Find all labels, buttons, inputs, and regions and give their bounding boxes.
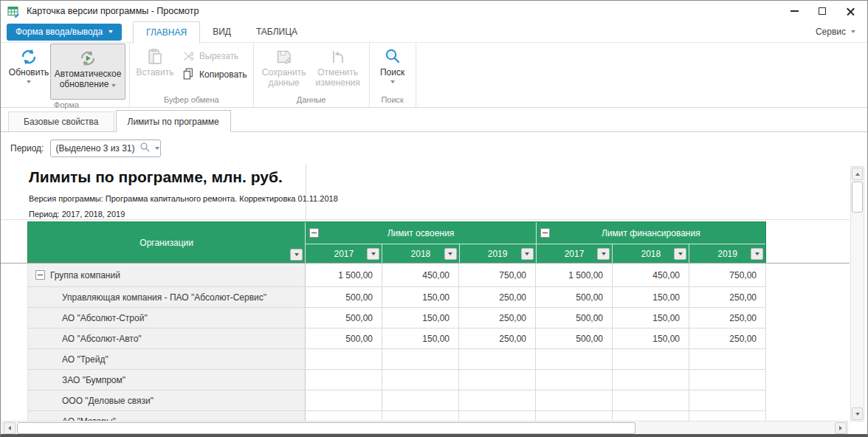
value-cell[interactable] (689, 370, 766, 390)
column-group-header[interactable]: Лимит финансирования (537, 222, 765, 244)
value-cell[interactable]: 250,00 (689, 328, 766, 348)
value-cell[interactable] (459, 390, 536, 410)
value-cell[interactable] (613, 349, 689, 369)
collapse-columns-button[interactable] (540, 228, 550, 238)
value-cell[interactable] (382, 370, 459, 390)
search-button[interactable]: Поиск (373, 43, 412, 83)
value-cell[interactable]: 150,00 (382, 328, 459, 348)
filter-dropdown-button[interactable] (367, 248, 379, 260)
column-group-header[interactable]: Лимит освоения (306, 222, 535, 244)
value-cell[interactable]: 450,00 (613, 264, 689, 286)
dropdown-caret-icon[interactable] (155, 147, 159, 150)
horizontal-scroll-thumb[interactable] (17, 422, 636, 434)
filter-dropdown-button[interactable] (290, 249, 303, 261)
value-cell[interactable]: 250,00 (689, 308, 766, 328)
filter-dropdown-button[interactable] (751, 248, 763, 260)
value-cell[interactable] (306, 370, 382, 390)
value-cell[interactable]: 150,00 (613, 328, 689, 348)
copy-button[interactable]: Копировать (179, 67, 249, 82)
org-name-cell[interactable]: АО "Абсолют-Авто" (27, 328, 306, 348)
value-cell[interactable]: 250,00 (459, 328, 536, 348)
scroll-right-button[interactable] (835, 422, 847, 434)
value-cell[interactable]: 250,00 (689, 287, 766, 307)
value-cell[interactable]: 500,00 (306, 308, 382, 328)
ribbon-group-clipboard: Вставить Вырезать (130, 43, 254, 107)
org-name-cell[interactable]: ЗАО "Бумпром" (27, 370, 306, 390)
value-cell[interactable] (306, 390, 382, 410)
value-cell[interactable]: 450,00 (382, 264, 459, 286)
value-cell[interactable]: 500,00 (536, 328, 613, 348)
value-cell[interactable]: 150,00 (382, 308, 459, 328)
scroll-down-button[interactable] (852, 407, 863, 420)
year-column-header[interactable]: 2019 (689, 244, 765, 263)
refresh-button[interactable]: Обновить (7, 43, 50, 83)
org-name-cell[interactable]: АО "Трейд" (27, 349, 306, 369)
auto-refresh-button[interactable]: Автоматическое обновление (50, 44, 125, 100)
org-header-cell[interactable]: Организации (28, 222, 306, 263)
year-column-header[interactable]: 2019 (459, 244, 536, 263)
value-cell[interactable]: 500,00 (306, 287, 382, 307)
column-group: Лимит освоения201720182019 (306, 222, 535, 263)
value-cell[interactable] (536, 349, 613, 369)
value-cell[interactable] (536, 390, 613, 410)
value-cell[interactable]: 150,00 (382, 287, 459, 307)
horizontal-scrollbar[interactable] (2, 421, 848, 436)
chevron-down-icon (108, 30, 113, 33)
value-cell[interactable] (689, 390, 766, 410)
scroll-left-button[interactable] (4, 422, 16, 434)
value-cell[interactable]: 750,00 (689, 264, 766, 286)
sheet-title: Лимиты по программе, млн. руб. (29, 168, 283, 186)
value-cell[interactable]: 1 500,00 (306, 264, 382, 286)
filter-dropdown-button[interactable] (597, 248, 610, 260)
vertical-scroll-thumb[interactable] (852, 182, 863, 213)
value-cell[interactable] (689, 349, 766, 369)
org-name-cell[interactable]: Управляющая компания - ПАО "Абсолют-Серв… (27, 287, 306, 307)
value-cell[interactable] (459, 370, 536, 390)
value-cell[interactable]: 150,00 (613, 308, 689, 328)
minimize-button[interactable] (780, 1, 808, 21)
value-cell[interactable] (613, 390, 689, 410)
ribbon-tab-view[interactable]: ВИД (200, 21, 244, 43)
maximize-button[interactable] (808, 1, 836, 21)
value-cell[interactable]: 500,00 (536, 287, 613, 307)
value-cell[interactable] (306, 349, 382, 369)
value-cell[interactable]: 500,00 (306, 328, 382, 348)
value-cell[interactable] (536, 370, 613, 390)
value-cell[interactable]: 750,00 (459, 264, 536, 286)
collapse-columns-button[interactable] (309, 228, 319, 238)
year-column-header[interactable]: 2017 (537, 244, 613, 263)
table-row: АО "Абсолют-Авто"500,00150,00250,00500,0… (27, 328, 766, 349)
service-menu[interactable]: Сервис (816, 27, 855, 37)
value-cell[interactable] (382, 390, 459, 410)
value-cell[interactable]: 150,00 (613, 287, 689, 307)
filter-dropdown-button[interactable] (674, 248, 686, 260)
search-icon[interactable] (140, 142, 151, 156)
year-column-header[interactable]: 2018 (382, 244, 458, 263)
value-cell[interactable] (382, 349, 459, 369)
value-cell[interactable]: 250,00 (459, 287, 536, 307)
arrow-down-icon (855, 413, 860, 416)
value-cell[interactable]: 250,00 (459, 308, 536, 328)
tab-basic-properties[interactable]: Базовые свойства (8, 111, 114, 131)
year-label: 2017 (334, 249, 354, 259)
scroll-up-button[interactable] (852, 168, 863, 180)
year-column-header[interactable]: 2018 (612, 244, 689, 263)
close-button[interactable] (836, 1, 864, 21)
value-cell[interactable]: 500,00 (536, 308, 613, 328)
filter-dropdown-button[interactable] (444, 248, 457, 260)
tab-program-limits[interactable]: Лимиты по программе (116, 110, 231, 132)
org-name-cell[interactable]: АО "Абсолют-Строй" (27, 308, 306, 328)
collapse-row-button[interactable] (35, 270, 45, 280)
io-form-button[interactable]: Форма ввода/вывода (7, 24, 122, 41)
org-name-cell[interactable]: ООО "Деловые связи" (27, 390, 306, 410)
year-column-header[interactable]: 2017 (306, 244, 382, 263)
ribbon-tab-table[interactable]: ТАБЛИЦА (244, 21, 310, 43)
value-cell[interactable] (459, 349, 536, 369)
filter-dropdown-button[interactable] (521, 248, 534, 260)
value-cell[interactable] (613, 370, 689, 390)
period-combobox[interactable]: (Выделено 3 из 31) (50, 140, 161, 157)
org-name-cell[interactable]: Группа компаний (27, 264, 306, 286)
value-cell[interactable]: 1 500,00 (536, 264, 613, 286)
ribbon-tab-main[interactable]: ГЛАВНАЯ (133, 21, 200, 44)
vertical-scrollbar[interactable] (850, 166, 864, 421)
